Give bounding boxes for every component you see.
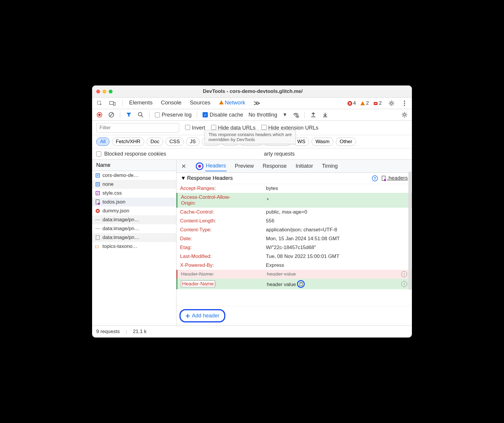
clear-icon[interactable] — [108, 112, 115, 118]
header-name: Last-Modified: — [180, 254, 266, 259]
detail-tab-headers[interactable]: Headers — [205, 161, 227, 171]
add-header-container: Add header — [176, 306, 412, 325]
tab-sources[interactable]: Sources — [190, 99, 211, 107]
invert-checkbox[interactable]: Invert — [185, 125, 205, 131]
chip-css[interactable]: CSS — [166, 138, 184, 146]
header-row[interactable]: Content-Length:556 — [176, 217, 412, 225]
info-icon[interactable]: i — [401, 281, 407, 287]
inspect-icon[interactable] — [96, 100, 103, 106]
kebab-menu-icon[interactable] — [401, 100, 408, 106]
disable-cache-checkbox[interactable]: ✓Disable cache — [203, 112, 243, 118]
issue-counts: 4 2 2 — [347, 100, 382, 106]
header-row[interactable]: Content-Type:application/json; charset=U… — [176, 225, 412, 234]
chip-js[interactable]: JS — [186, 138, 200, 146]
header-row[interactable]: Access-Control-Allow-Origin:* — [176, 193, 412, 208]
filter-input[interactable] — [96, 123, 179, 133]
request-type-icon — [95, 235, 100, 240]
tab-elements[interactable]: Elements — [129, 99, 153, 107]
header-row[interactable]: Accept-Ranges:bytes — [176, 184, 412, 193]
svg-line-12 — [393, 101, 393, 102]
chip-fetch-xhr[interactable]: Fetch/XHR — [112, 138, 144, 146]
name-column-header[interactable]: Name — [92, 160, 176, 171]
scrollbar[interactable] — [408, 172, 411, 290]
request-row[interactable]: cors-demo-de… — [92, 171, 176, 180]
header-name: Content-Type: — [180, 227, 266, 233]
detail-tab-response[interactable]: Response — [262, 161, 287, 171]
request-name: dummy.json — [102, 208, 129, 214]
settings-gear-icon[interactable] — [388, 100, 395, 106]
network-settings-gear-icon[interactable] — [401, 112, 408, 118]
svg-point-5 — [391, 102, 393, 104]
tabs-more-icon[interactable]: ≫ — [253, 99, 260, 107]
issue-count[interactable]: 2 — [373, 100, 382, 106]
throttling-select[interactable]: No throttling — [248, 112, 277, 118]
filter-icon[interactable] — [126, 112, 132, 118]
network-main: Name cors-demo-de…nonestyle.csstodos.jso… — [92, 160, 412, 325]
request-row[interactable]: dummy.json — [92, 206, 176, 215]
chip-ws[interactable]: WS — [293, 138, 309, 146]
headers-file-link[interactable]: .headers — [381, 175, 408, 181]
header-value[interactable]: header value — [267, 280, 401, 288]
detail-tabs: ✕ Headers Preview Response Initiator Tim… — [176, 160, 412, 173]
maximize-window-button[interactable] — [109, 90, 113, 93]
request-row[interactable]: data:image/pn… — [92, 233, 176, 242]
collapse-triangle-icon[interactable]: ▼ — [181, 175, 186, 181]
response-headers-section-header[interactable]: ▼ Response Headers ? .headers — [176, 173, 412, 184]
device-icon[interactable] — [109, 100, 116, 106]
header-row[interactable]: Date:Mon, 15 Jan 2024 14:51:08 GMT — [176, 234, 412, 243]
detail-tab-timing[interactable]: Timing — [321, 161, 338, 171]
search-icon[interactable] — [137, 112, 144, 118]
tab-network[interactable]: Network — [219, 99, 245, 107]
error-count[interactable]: 4 — [347, 100, 356, 106]
chip-wasm[interactable]: Wasm — [312, 138, 333, 146]
request-row[interactable]: none — [92, 180, 176, 189]
request-row[interactable]: {;}topics-taxono… — [92, 242, 176, 251]
request-name: data:image/pn… — [102, 226, 139, 232]
header-name[interactable]: Header-Name: — [181, 281, 267, 287]
throttling-dropdown-icon[interactable]: ▼ — [283, 112, 287, 117]
detail-tab-preview[interactable]: Preview — [234, 161, 254, 171]
close-window-button[interactable] — [96, 90, 100, 93]
close-detail-icon[interactable]: ✕ — [179, 163, 188, 170]
titlebar: DevTools - cors-demo-devtools.glitch.me/ — [92, 85, 412, 98]
header-row[interactable]: Header-Name:header valuei — [176, 270, 412, 279]
tab-console[interactable]: Console — [161, 99, 182, 107]
request-row[interactable]: data:image/pn… — [92, 215, 176, 224]
request-row[interactable]: data:image/pn… — [92, 224, 176, 233]
blocked-cookies-checkbox[interactable] — [96, 151, 101, 156]
header-value: header value — [267, 271, 401, 277]
request-row[interactable]: todos.json — [92, 198, 176, 206]
warning-count[interactable]: 2 — [360, 100, 369, 106]
header-value: Tue, 08 Nov 2022 15:00:01 GMT — [266, 254, 408, 259]
chip-other[interactable]: Other — [336, 138, 356, 146]
help-icon[interactable]: ? — [372, 175, 378, 181]
header-row[interactable]: Cache-Control:public, max-age=0 — [176, 208, 412, 217]
header-row[interactable]: Etag:W/"22c-18457c15d68" — [176, 243, 412, 252]
request-row[interactable]: style.css — [92, 189, 176, 198]
extra-filters-row: Blocked response cookies arty requests — [92, 148, 412, 160]
request-type-icon — [95, 217, 100, 222]
minimize-window-button[interactable] — [102, 90, 106, 93]
detail-tab-initiator[interactable]: Initiator — [295, 161, 314, 171]
header-row[interactable]: Header-Name:header valuei — [176, 279, 412, 289]
override-tooltip: This response contains headers which are… — [205, 130, 296, 144]
chip-doc[interactable]: Doc — [147, 138, 163, 146]
header-row[interactable]: X-Powered-By:Express — [176, 261, 412, 270]
svg-rect-2 — [113, 102, 115, 105]
delete-header-icon[interactable] — [297, 280, 305, 288]
info-icon[interactable]: i — [401, 271, 407, 277]
request-type-icon: {;} — [95, 244, 100, 249]
header-name: Etag: — [180, 245, 266, 251]
override-indicator-icon — [196, 162, 203, 170]
preserve-log-checkbox[interactable]: Preserve log — [155, 112, 192, 118]
header-row[interactable]: Last-Modified:Tue, 08 Nov 2022 15:00:01 … — [176, 252, 412, 261]
upload-har-icon[interactable] — [310, 112, 317, 118]
record-icon[interactable] — [96, 112, 103, 118]
svg-point-14 — [404, 101, 405, 102]
chip-all[interactable]: All — [96, 138, 110, 146]
network-conditions-icon[interactable] — [293, 112, 299, 118]
svg-rect-37 — [96, 183, 99, 186]
download-har-icon[interactable] — [322, 112, 328, 118]
add-header-button[interactable]: Add header — [179, 309, 225, 322]
devtools-window: DevTools - cors-demo-devtools.glitch.me/… — [92, 85, 412, 338]
